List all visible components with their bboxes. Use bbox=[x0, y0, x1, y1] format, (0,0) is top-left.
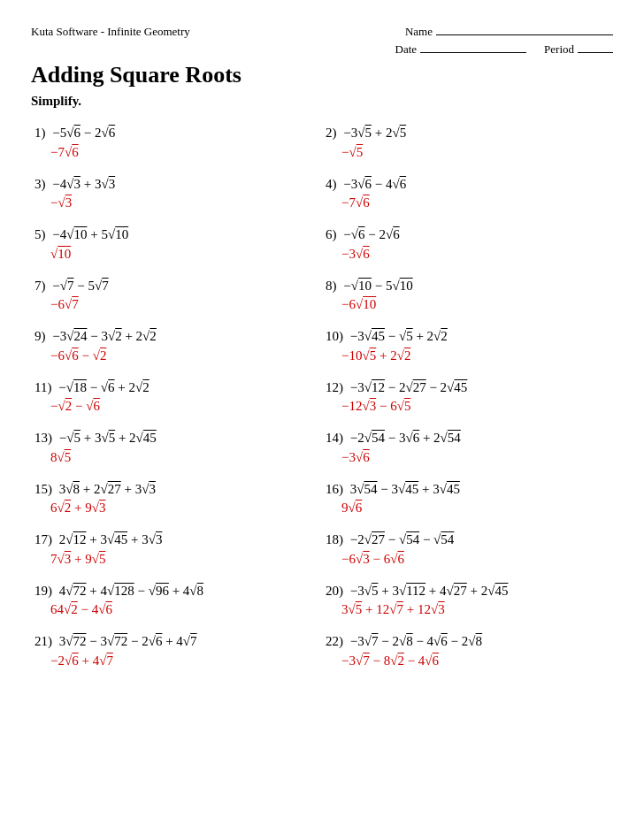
software-name: Kuta Software - Infinite Geometry bbox=[31, 25, 190, 39]
problem-number: 14) bbox=[326, 431, 343, 445]
problem-item: 12) −3√12 − 2√27 − 2√45 −12√3 − 6√5 bbox=[322, 372, 613, 424]
problem-item: 8) −√10 − 5√10 −6√10 bbox=[322, 271, 613, 322]
problem-expression: 20) −3√5 + 3√112 + 4√27 + 2√45 bbox=[326, 581, 610, 601]
problem-item: 19) 4√72 + 4√128 − √96 + 4√8 64√2 − 4√6 bbox=[31, 576, 322, 627]
problem-item: 13) −√5 + 3√5 + 2√45 8√5 bbox=[31, 423, 322, 474]
problem-item: 20) −3√5 + 3√112 + 4√27 + 2√45 3√5 + 12√… bbox=[322, 576, 613, 627]
problem-expression: 18) −2√27 − √54 − √54 bbox=[326, 530, 610, 550]
problem-number: 22) bbox=[326, 634, 343, 648]
problem-item: 2) −3√5 + 2√5 −√5 bbox=[322, 118, 613, 169]
problem-answer: 7√3 + 9√5 bbox=[50, 550, 318, 569]
problem-answer: −6√7 bbox=[50, 295, 318, 314]
name-field: Name bbox=[405, 25, 613, 39]
problem-number: 12) bbox=[326, 380, 343, 394]
problem-answer: −10√5 + 2√2 bbox=[341, 347, 610, 365]
problem-number: 8) bbox=[326, 279, 337, 293]
problem-expression: 3) −4√3 + 3√3 bbox=[34, 174, 318, 195]
problem-number: 2) bbox=[326, 126, 337, 140]
problem-expression: 15) 3√8 + 2√27 + 3√3 bbox=[34, 479, 318, 500]
problem-item: 1) −5√6 − 2√6 −7√6 bbox=[31, 118, 322, 169]
period-field: Period bbox=[544, 42, 613, 57]
problem-expression: 12) −3√12 − 2√27 − 2√45 bbox=[326, 378, 610, 398]
problem-expression: 9) −3√24 − 3√2 + 2√2 bbox=[34, 326, 318, 347]
expression-content: −√7 − 5√7 bbox=[52, 279, 108, 293]
problem-answer: −3√7 − 8√2 − 4√6 bbox=[341, 652, 610, 670]
problem-answer: −7√6 bbox=[341, 194, 610, 212]
problem-answer: −3√6 bbox=[341, 448, 610, 467]
problem-number: 21) bbox=[34, 634, 52, 648]
problem-number: 9) bbox=[34, 329, 46, 343]
expression-content: 3√54 − 3√45 + 3√45 bbox=[350, 482, 460, 496]
page-title: Adding Square Roots bbox=[31, 62, 613, 88]
problem-expression: 11) −√18 − √6 + 2√2 bbox=[34, 378, 318, 398]
problem-number: 17) bbox=[34, 532, 52, 546]
problem-expression: 2) −3√5 + 2√5 bbox=[326, 123, 610, 143]
problem-answer: −√3 bbox=[50, 194, 318, 212]
expression-content: −2√54 − 3√6 + 2√54 bbox=[350, 431, 461, 445]
problem-expression: 1) −5√6 − 2√6 bbox=[34, 123, 318, 143]
problem-number: 1) bbox=[34, 126, 46, 140]
problem-expression: 4) −3√6 − 4√6 bbox=[326, 174, 610, 195]
problem-expression: 13) −√5 + 3√5 + 2√45 bbox=[34, 428, 318, 448]
problem-item: 6) −√6 − 2√6 −3√6 bbox=[322, 219, 613, 271]
problem-expression: 17) 2√12 + 3√45 + 3√3 bbox=[34, 530, 318, 550]
problem-item: 9) −3√24 − 3√2 + 2√2 −6√6 − √2 bbox=[31, 321, 322, 372]
problem-item: 17) 2√12 + 3√45 + 3√3 7√3 + 9√5 bbox=[31, 524, 322, 576]
problem-number: 10) bbox=[326, 329, 343, 343]
problem-item: 10) −3√45 − √5 + 2√2 −10√5 + 2√2 bbox=[322, 321, 613, 372]
problem-item: 3) −4√3 + 3√3 −√3 bbox=[31, 169, 322, 220]
problem-item: 7) −√7 − 5√7 −6√7 bbox=[31, 271, 322, 322]
expression-content: −3√7 − 2√8 − 4√6 − 2√8 bbox=[350, 634, 482, 648]
expression-content: 3√8 + 2√27 + 3√3 bbox=[59, 482, 156, 496]
problems-grid: 1) −5√6 − 2√6 −7√6 2) −3√5 + 2√5 −√5 3) … bbox=[31, 118, 613, 677]
problem-answer: −12√3 − 6√5 bbox=[341, 397, 610, 416]
expression-content: 2√12 + 3√45 + 3√3 bbox=[59, 532, 163, 546]
date-field: Date bbox=[395, 42, 527, 57]
expression-content: −2√27 − √54 − √54 bbox=[350, 532, 455, 546]
expression-content: −4√3 + 3√3 bbox=[52, 177, 115, 191]
problem-number: 16) bbox=[326, 482, 343, 496]
problem-answer: −6√6 − √2 bbox=[50, 347, 318, 365]
problem-answer: −7√6 bbox=[50, 143, 318, 162]
problem-answer: −3√6 bbox=[341, 245, 610, 264]
problem-answer: −√2 − √6 bbox=[50, 397, 318, 416]
problem-answer: 64√2 − 4√6 bbox=[50, 600, 318, 619]
problem-answer: 3√5 + 12√7 + 12√3 bbox=[341, 600, 610, 619]
expression-content: −√18 − √6 + 2√2 bbox=[58, 380, 150, 394]
expression-content: −√5 + 3√5 + 2√45 bbox=[59, 431, 157, 445]
problem-answer: −√5 bbox=[341, 143, 610, 162]
problem-number: 18) bbox=[326, 532, 343, 546]
problem-answer: √10 bbox=[50, 245, 318, 264]
problem-answer: 9√6 bbox=[341, 499, 610, 517]
problem-item: 14) −2√54 − 3√6 + 2√54 −3√6 bbox=[322, 423, 613, 474]
expression-content: −3√12 − 2√27 − 2√45 bbox=[350, 380, 468, 394]
problem-number: 5) bbox=[34, 227, 46, 241]
problem-item: 16) 3√54 − 3√45 + 3√45 9√6 bbox=[322, 474, 613, 525]
problem-number: 13) bbox=[34, 431, 52, 445]
expression-content: −3√6 − 4√6 bbox=[343, 177, 406, 191]
expression-content: −3√45 − √5 + 2√2 bbox=[350, 329, 448, 343]
problem-expression: 7) −√7 − 5√7 bbox=[34, 276, 318, 296]
instruction: Simplify. bbox=[31, 94, 613, 109]
expression-content: −√6 − 2√6 bbox=[343, 227, 399, 241]
expression-content: −3√5 + 3√112 + 4√27 + 2√45 bbox=[350, 584, 509, 598]
problem-number: 11) bbox=[34, 380, 51, 394]
problem-answer: 6√2 + 9√3 bbox=[50, 499, 318, 517]
problem-answer: −2√6 + 4√7 bbox=[50, 652, 318, 670]
problem-expression: 6) −√6 − 2√6 bbox=[326, 225, 610, 245]
expression-content: 4√72 + 4√128 − √96 + 4√8 bbox=[59, 584, 203, 598]
problem-expression: 21) 3√72 − 3√72 − 2√6 + 4√7 bbox=[34, 631, 318, 652]
problem-item: 18) −2√27 − √54 − √54 −6√3 − 6√6 bbox=[322, 524, 613, 576]
problem-item: 21) 3√72 − 3√72 − 2√6 + 4√7 −2√6 + 4√7 bbox=[31, 626, 322, 677]
problem-expression: 5) −4√10 + 5√10 bbox=[34, 225, 318, 245]
problem-item: 5) −4√10 + 5√10 √10 bbox=[31, 219, 322, 271]
date-period: Date Period bbox=[395, 42, 614, 57]
expression-content: −√10 − 5√10 bbox=[343, 279, 412, 293]
problem-expression: 22) −3√7 − 2√8 − 4√6 − 2√8 bbox=[326, 631, 610, 652]
header-top: Kuta Software - Infinite Geometry Name bbox=[31, 25, 613, 39]
expression-content: −5√6 − 2√6 bbox=[52, 126, 115, 140]
problem-expression: 16) 3√54 − 3√45 + 3√45 bbox=[326, 479, 610, 500]
problem-answer: −6√10 bbox=[341, 295, 610, 314]
expression-content: −3√24 − 3√2 + 2√2 bbox=[52, 329, 157, 343]
expression-content: −4√10 + 5√10 bbox=[52, 227, 128, 241]
